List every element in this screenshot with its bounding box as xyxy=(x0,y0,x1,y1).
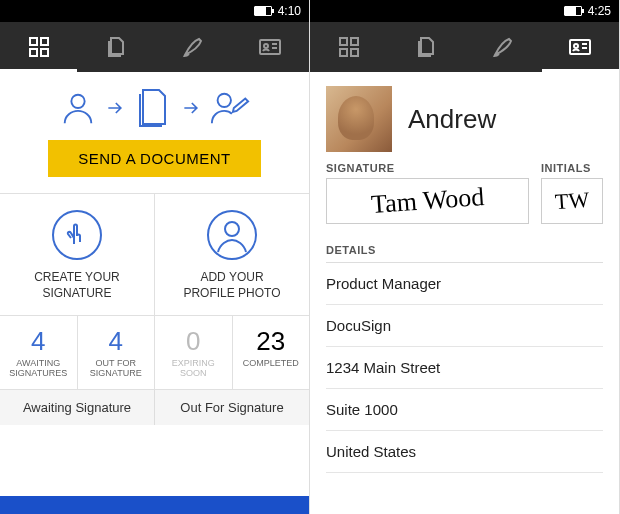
setup-cards: CREATE YOUR SIGNATURE ADD YOUR PROFILE P… xyxy=(0,194,309,316)
battery-icon xyxy=(564,6,582,16)
stat-value: 4 xyxy=(82,326,151,357)
signature-box[interactable]: Tam Wood xyxy=(326,178,529,224)
documents-icon xyxy=(414,35,438,59)
detail-title: Product Manager xyxy=(326,263,603,305)
svg-rect-1 xyxy=(41,38,48,45)
grid-icon xyxy=(337,35,361,59)
initials-column: INITIALS TW xyxy=(541,162,603,224)
detail-company: DocuSign xyxy=(326,305,603,347)
pen-icon xyxy=(491,35,515,59)
tab-documents[interactable] xyxy=(77,22,154,72)
svg-rect-0 xyxy=(30,38,37,45)
svg-point-9 xyxy=(217,94,230,107)
person-icon xyxy=(59,89,97,127)
stat-label: OUT FOR SIGNATURE xyxy=(82,359,151,379)
profile-screen: 4:25 Andrew xyxy=(310,0,620,514)
clock: 4:25 xyxy=(588,4,611,18)
svg-point-18 xyxy=(574,44,578,48)
filter-tab-outfor[interactable]: Out For Signature xyxy=(155,390,309,425)
stat-expiring[interactable]: 0 EXPIRING SOON xyxy=(155,316,233,389)
stat-completed[interactable]: 23 COMPLETED xyxy=(233,316,310,389)
tab-documents[interactable] xyxy=(387,22,464,72)
status-bar: 4:25 xyxy=(310,0,619,22)
arrow-right-icon xyxy=(105,98,125,118)
tab-dashboard[interactable] xyxy=(0,22,77,72)
id-card-icon xyxy=(568,35,592,59)
stat-value: 4 xyxy=(4,326,73,357)
svg-rect-16 xyxy=(351,49,358,56)
signature-image: Tam Wood xyxy=(370,182,485,220)
add-photo-label: ADD YOUR PROFILE PHOTO xyxy=(183,270,280,301)
profile-header: Andrew xyxy=(310,72,619,162)
top-tab-bar xyxy=(310,22,619,72)
create-signature-card[interactable]: CREATE YOUR SIGNATURE xyxy=(0,194,155,315)
details-section: DETAILS Product Manager DocuSign 1234 Ma… xyxy=(310,238,619,473)
avatar[interactable] xyxy=(326,86,392,152)
stat-label: AWAITING SIGNATURES xyxy=(4,359,73,379)
hand-sign-icon xyxy=(50,208,104,262)
dashboard-screen: 4:10 xyxy=(0,0,310,514)
stat-value: 23 xyxy=(237,326,306,357)
svg-point-12 xyxy=(225,222,239,236)
svg-rect-13 xyxy=(340,38,347,45)
filter-tab-awaiting[interactable]: Awaiting Signature xyxy=(0,390,155,425)
signature-label: SIGNATURE xyxy=(326,162,529,174)
svg-rect-15 xyxy=(340,49,347,56)
documents-icon xyxy=(104,35,128,59)
tab-sign[interactable] xyxy=(465,22,542,72)
svg-rect-3 xyxy=(41,49,48,56)
stat-out-for-signature[interactable]: 4 OUT FOR SIGNATURE xyxy=(78,316,156,389)
svg-point-5 xyxy=(264,44,268,48)
id-card-icon xyxy=(258,35,282,59)
stat-value: 0 xyxy=(159,326,228,357)
create-signature-label: CREATE YOUR SIGNATURE xyxy=(34,270,120,301)
tab-profile[interactable] xyxy=(542,22,619,72)
clock: 4:10 xyxy=(278,4,301,18)
initials-box[interactable]: TW xyxy=(541,178,603,224)
signature-row: SIGNATURE Tam Wood INITIALS TW xyxy=(310,162,619,238)
profile-name: Andrew xyxy=(408,104,496,135)
details-heading: DETAILS xyxy=(326,238,603,263)
svg-rect-14 xyxy=(351,38,358,45)
pen-icon xyxy=(181,35,205,59)
stats-row: 4 AWAITING SIGNATURES 4 OUT FOR SIGNATUR… xyxy=(0,316,309,390)
battery-icon xyxy=(254,6,272,16)
svg-point-8 xyxy=(71,95,84,108)
detail-country: United States xyxy=(326,431,603,473)
document-icon xyxy=(133,86,173,130)
detail-suite: Suite 1000 xyxy=(326,389,603,431)
filter-tabs: Awaiting Signature Out For Signature xyxy=(0,390,309,425)
send-flow-illustration xyxy=(59,86,251,130)
arrow-right-icon xyxy=(181,98,201,118)
initials-label: INITIALS xyxy=(541,162,603,174)
tab-sign[interactable] xyxy=(155,22,232,72)
send-document-button[interactable]: SEND A DOCUMENT xyxy=(48,140,261,177)
svg-rect-2 xyxy=(30,49,37,56)
footer-bar xyxy=(0,496,309,514)
tab-profile[interactable] xyxy=(232,22,309,72)
tab-dashboard[interactable] xyxy=(310,22,387,72)
grid-icon xyxy=(27,35,51,59)
person-signing-icon xyxy=(209,88,251,128)
detail-street: 1234 Main Street xyxy=(326,347,603,389)
status-bar: 4:10 xyxy=(0,0,309,22)
stat-awaiting[interactable]: 4 AWAITING SIGNATURES xyxy=(0,316,78,389)
add-photo-card[interactable]: ADD YOUR PROFILE PHOTO xyxy=(155,194,309,315)
profile-photo-icon xyxy=(205,208,259,262)
stat-label: COMPLETED xyxy=(237,359,306,369)
top-tab-bar xyxy=(0,22,309,72)
signature-column: SIGNATURE Tam Wood xyxy=(326,162,529,224)
send-document-card: SEND A DOCUMENT xyxy=(0,72,309,194)
initials-image: TW xyxy=(554,187,590,215)
stat-label: EXPIRING SOON xyxy=(159,359,228,379)
